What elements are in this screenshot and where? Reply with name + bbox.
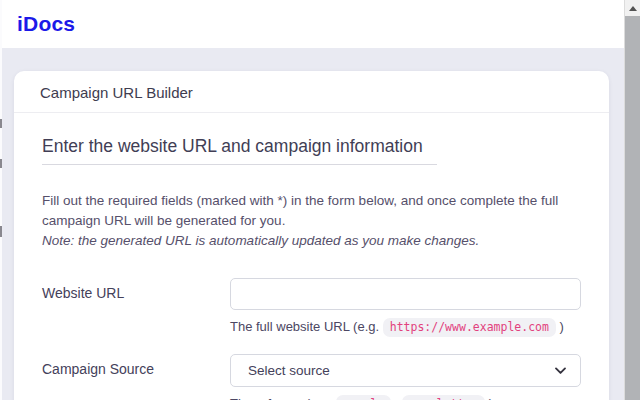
chevron-down-icon <box>553 363 568 378</box>
arrow-up-icon <box>629 6 637 11</box>
description-text: Fill out the required fields (marked wit… <box>42 193 558 228</box>
example-url-code: https://www.example.com <box>383 318 556 337</box>
extension-popup: iDocs Campaign URL Builder Enter the web… <box>0 0 640 400</box>
website-url-label: Website URL <box>42 278 230 337</box>
page-edge-artifact <box>0 226 2 237</box>
helper-suffix: ) <box>489 396 493 400</box>
card-header: Campaign URL Builder <box>14 71 609 113</box>
example-source-code: google <box>336 395 392 400</box>
form-note: Note: the generated URL is automatically… <box>42 233 479 248</box>
brand-link[interactable]: iDocs <box>17 12 75 36</box>
scrollbar[interactable] <box>624 0 640 400</box>
page-edge-artifact <box>0 0 2 400</box>
helper-suffix: ) <box>560 319 564 334</box>
website-url-row: Website URL The full website URL (e.g. h… <box>42 278 581 337</box>
website-url-input[interactable] <box>230 278 581 310</box>
scroll-up-button[interactable] <box>625 0 640 16</box>
campaign-source-select[interactable]: Select source <box>230 354 581 387</box>
campaign-source-label: Campaign Source <box>42 354 230 400</box>
page-edge-artifact <box>0 119 2 128</box>
helper-prefix: The referrer: (e.g. <box>230 396 332 400</box>
section-heading: Enter the website URL and campaign infor… <box>42 136 437 165</box>
helper-prefix: The full website URL (e.g. <box>230 319 379 334</box>
helper-separator: , <box>395 396 399 400</box>
selected-option-text: Select source <box>248 363 330 378</box>
website-url-helper: The full website URL (e.g. https://www.e… <box>230 318 581 337</box>
topbar: iDocs <box>2 0 624 48</box>
campaign-source-row: Campaign Source Select source The referr… <box>42 354 581 400</box>
form-description: Fill out the required fields (marked wit… <box>42 191 581 251</box>
page-background: Campaign URL Builder Enter the website U… <box>2 48 624 400</box>
card-title: Campaign URL Builder <box>40 84 193 101</box>
campaign-url-builder-card: Campaign URL Builder Enter the website U… <box>14 71 609 400</box>
website-url-field-col: The full website URL (e.g. https://www.e… <box>230 278 581 337</box>
example-source-code: newsletter <box>402 395 485 400</box>
campaign-source-helper: The referrer: (e.g. google , newsletter … <box>230 395 581 400</box>
card-body: Enter the website URL and campaign infor… <box>14 113 609 400</box>
page-edge-artifact <box>0 159 2 168</box>
campaign-source-field-col: Select source The referrer: (e.g. google… <box>230 354 581 400</box>
scrollbar-thumb[interactable] <box>625 16 640 400</box>
